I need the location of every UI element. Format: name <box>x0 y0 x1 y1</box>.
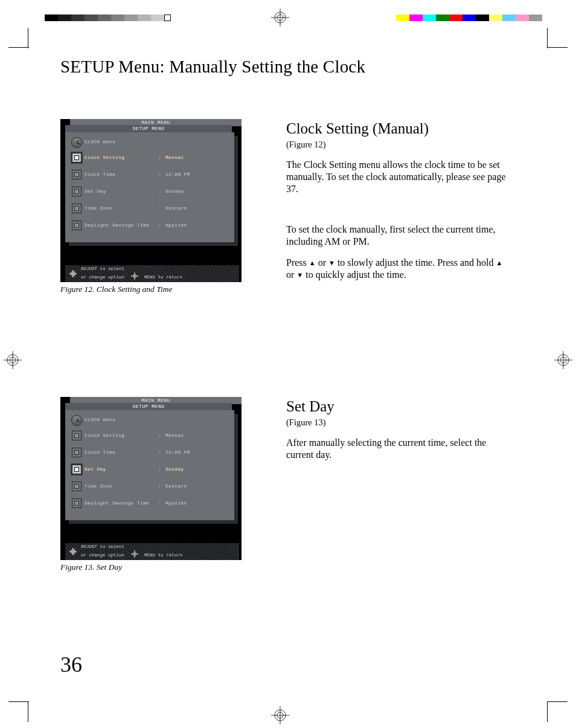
setup-menu-bar: SETUP MENU <box>65 125 232 132</box>
menu-row[interactable]: Clock Time : 12:00 PM <box>69 446 231 463</box>
menu-item-colon: : <box>158 465 165 472</box>
clock-icon <box>71 137 82 148</box>
menu-item-label: Set Day <box>85 465 158 472</box>
menu-item-colon: : <box>158 431 165 438</box>
menu-item-label: Clock Setting <box>85 431 158 439</box>
hint-text: ADJUST to select <box>81 266 182 272</box>
menu-row[interactable]: Set Day : Sunday <box>69 463 231 480</box>
crop-mark <box>8 28 29 48</box>
section-heading-clock-setting: Clock Setting (Manual) <box>286 119 510 138</box>
menu-item-label: Clock Time <box>85 170 158 178</box>
menu-item-label: Daylight Savings Time <box>85 221 158 228</box>
menu-header-label: CLOCK menu <box>85 415 158 423</box>
grayscale-color-bar <box>45 14 171 21</box>
hint-text: ADJUST to select <box>81 544 182 550</box>
menu-item-value: Sunday <box>165 187 231 194</box>
menu-row[interactable]: Clock Setting : Manual <box>69 152 231 169</box>
menu-row[interactable]: Clock Setting : Manual <box>69 430 231 446</box>
menu-item-value: Applies <box>165 498 231 506</box>
menu-item-colon: : <box>158 204 165 211</box>
dpad-icon <box>130 549 139 559</box>
figure-13-caption: Figure 13. Set Day <box>60 562 242 572</box>
menu-item-value: Sunday <box>165 465 231 472</box>
menu-item-colon: : <box>158 153 165 160</box>
down-triangle-icon: ▼ <box>328 259 335 267</box>
section-heading-set-day: Set Day <box>286 397 510 416</box>
menu-item-icon <box>72 431 82 440</box>
body-text: The Clock Setting menu allows the clock … <box>286 159 510 196</box>
menu-item-label: Set Day <box>85 187 158 195</box>
menu-item-value: Manual <box>165 431 231 438</box>
hint-bar: ADJUST to select or change option MENU t… <box>65 265 239 282</box>
menu-item-value: Manual <box>165 153 231 160</box>
hint-text: or change option MENU to return <box>81 271 182 281</box>
menu-item-icon <box>72 187 82 196</box>
menu-header-label: CLOCK menu <box>85 137 158 145</box>
menu-item-icon <box>72 498 82 508</box>
menu-item-icon <box>72 170 82 179</box>
menu-header-row: CLOCK menu <box>69 414 231 430</box>
menu-item-colon: : <box>158 187 165 194</box>
up-triangle-icon: ▲ <box>496 259 503 267</box>
menu-item-label: Clock Time <box>85 448 158 456</box>
crop-mark <box>547 701 568 722</box>
figure-12-caption: Figure 12. Clock Setting and Time <box>60 285 242 294</box>
menu-row[interactable]: Daylight Savings Time : Applies <box>69 497 231 514</box>
cmyk-color-bar <box>396 14 542 21</box>
registration-mark-right <box>554 351 572 369</box>
dpad-icon <box>68 268 78 279</box>
menu-body: CLOCK menu Clock Setting : Manual Clock … <box>65 410 234 520</box>
menu-row[interactable]: Clock Time : 12:00 PM <box>69 169 231 185</box>
menu-item-colon: : <box>158 482 165 489</box>
menu-item-value: Applies <box>165 221 231 228</box>
up-triangle-icon: ▲ <box>309 259 316 267</box>
menu-item-icon <box>72 448 82 457</box>
menu-item-colon: : <box>158 221 165 228</box>
registration-mark-top <box>271 8 289 27</box>
menu-item-colon: : <box>158 170 165 177</box>
figure-12-screenshot: MAIN MENU SETUP MENU CLOCK menu Clock Se… <box>60 119 242 282</box>
body-text: Press ▲ or ▼ to slowly adjust the time. … <box>286 257 510 282</box>
registration-mark-bottom <box>271 706 289 724</box>
body-text: After manually selecting the current tim… <box>286 437 510 462</box>
clock-icon <box>71 415 82 426</box>
figure-reference: (Figure 12) <box>286 139 510 150</box>
figure-reference: (Figure 13) <box>286 417 510 428</box>
menu-item-colon: : <box>158 498 165 506</box>
menu-item-label: Time Zone <box>85 482 158 489</box>
menu-row[interactable]: Time Zone : Eastern <box>69 480 231 497</box>
menu-body: CLOCK menu Clock Setting : Manual Clock … <box>65 132 234 242</box>
crop-mark <box>8 701 29 722</box>
menu-row[interactable]: Time Zone : Eastern <box>69 202 231 219</box>
menu-item-value: 12:00 PM <box>165 448 231 455</box>
menu-item-icon <box>72 153 82 163</box>
menu-item-icon <box>72 482 82 491</box>
menu-item-icon <box>72 204 82 213</box>
hint-bar: ADJUST to select or change option MENU t… <box>65 543 239 560</box>
menu-item-icon <box>72 465 82 474</box>
menu-item-value: Eastern <box>165 482 231 489</box>
setup-menu-bar: SETUP MENU <box>65 403 232 410</box>
menu-row[interactable]: Set Day : Sunday <box>69 185 231 202</box>
menu-item-icon <box>72 221 82 230</box>
menu-item-colon: : <box>158 448 165 455</box>
page-number: 36 <box>60 652 82 677</box>
menu-item-label: Daylight Savings Time <box>85 498 158 506</box>
registration-mark-left <box>4 351 22 369</box>
dpad-icon <box>130 271 139 281</box>
menu-item-label: Clock Setting <box>85 153 158 161</box>
menu-header-row: CLOCK menu <box>69 136 231 152</box>
body-text: To set the clock manually, first select … <box>286 224 510 248</box>
menu-item-label: Time Zone <box>85 204 158 211</box>
crop-mark <box>547 28 568 48</box>
menu-item-value: 12:00 PM <box>165 170 231 177</box>
page-title: SETUP Menu: Manually Setting the Clock <box>60 57 519 77</box>
figure-13-screenshot: MAIN MENU SETUP MENU CLOCK menu Clock Se… <box>60 397 242 560</box>
down-triangle-icon: ▼ <box>296 271 303 279</box>
menu-item-value: Eastern <box>165 204 231 211</box>
menu-row[interactable]: Daylight Savings Time : Applies <box>69 219 231 236</box>
hint-text: or change option MENU to return <box>81 549 182 559</box>
dpad-icon <box>68 546 78 557</box>
